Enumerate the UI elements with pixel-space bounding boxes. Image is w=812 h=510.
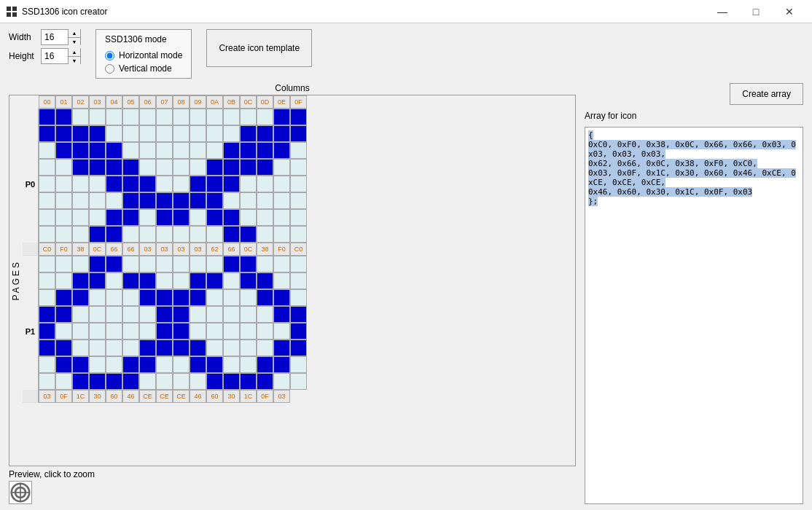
- pixel-cell-p1-4-4[interactable]: [106, 323, 122, 340]
- pixel-cell-p1-5-7[interactable]: [156, 340, 173, 356]
- pixel-cell-p0-2-9[interactable]: [190, 142, 206, 159]
- pixel-cell-p0-2-12[interactable]: [240, 142, 257, 159]
- pixel-cell-p1-0-13[interactable]: [257, 256, 273, 272]
- pixel-cell-p0-0-11[interactable]: [223, 109, 240, 125]
- pixel-cell-p1-7-7[interactable]: [156, 373, 173, 390]
- width-spinbox[interactable]: ▲ ▼: [41, 29, 81, 45]
- pixel-cell-p0-0-7[interactable]: [156, 109, 173, 125]
- pixel-cell-p1-7-13[interactable]: [257, 373, 273, 390]
- pixel-cell-p1-3-3[interactable]: [89, 306, 106, 323]
- pixel-cell-p1-2-8[interactable]: [173, 289, 190, 306]
- pixel-cell-p1-3-4[interactable]: [106, 306, 122, 323]
- pixel-cell-p1-3-9[interactable]: [190, 306, 206, 323]
- pixel-cell-p0-0-13[interactable]: [257, 109, 273, 125]
- pixel-cell-p1-3-10[interactable]: [206, 306, 223, 323]
- pixel-cell-p1-4-10[interactable]: [206, 323, 223, 340]
- pixel-cell-p1-5-3[interactable]: [89, 340, 106, 356]
- pixel-cell-p1-0-0[interactable]: [39, 256, 55, 272]
- pixel-cell-p1-0-3[interactable]: [89, 256, 106, 272]
- pixel-cell-p0-3-13[interactable]: [257, 159, 273, 176]
- pixel-cell-p0-7-1[interactable]: [55, 226, 72, 243]
- pixel-cell-p1-0-9[interactable]: [190, 256, 206, 272]
- pixel-cell-p0-7-4[interactable]: [106, 226, 122, 243]
- pixel-cell-p0-1-3[interactable]: [89, 125, 106, 142]
- pixel-cell-p0-2-10[interactable]: [206, 142, 223, 159]
- pixel-cell-p0-4-5[interactable]: [122, 176, 139, 192]
- pixel-cell-p0-0-9[interactable]: [190, 109, 206, 125]
- pixel-cell-p1-7-1[interactable]: [55, 373, 72, 390]
- pixel-cell-p1-3-14[interactable]: [273, 306, 290, 323]
- pixel-cell-p1-2-9[interactable]: [190, 289, 206, 306]
- pixel-cell-p1-5-14[interactable]: [273, 340, 290, 356]
- pixel-cell-p0-2-0[interactable]: [39, 142, 55, 159]
- pixel-cell-p0-5-6[interactable]: [139, 192, 156, 209]
- pixel-cell-p0-0-6[interactable]: [139, 109, 156, 125]
- pixel-cell-p0-7-11[interactable]: [223, 226, 240, 243]
- pixel-cell-p0-4-6[interactable]: [139, 176, 156, 192]
- pixel-cell-p0-6-6[interactable]: [139, 209, 156, 226]
- pixel-cell-p1-1-14[interactable]: [273, 272, 290, 289]
- pixel-cell-p0-1-7[interactable]: [156, 125, 173, 142]
- pixel-cell-p0-6-4[interactable]: [106, 209, 122, 226]
- pixel-cell-p0-3-1[interactable]: [55, 159, 72, 176]
- pixel-cell-p0-1-12[interactable]: [240, 125, 257, 142]
- pixel-cell-p0-4-15[interactable]: [290, 176, 307, 192]
- pixel-cell-p0-7-15[interactable]: [290, 226, 307, 243]
- pixel-cell-p1-5-9[interactable]: [190, 340, 206, 356]
- pixel-cell-p1-0-1[interactable]: [55, 256, 72, 272]
- height-spinbox[interactable]: ▲ ▼: [41, 48, 81, 64]
- pixel-cell-p1-6-10[interactable]: [206, 356, 223, 373]
- pixel-cell-p1-1-15[interactable]: [290, 272, 307, 289]
- pixel-cell-p0-5-11[interactable]: [223, 192, 240, 209]
- pixel-cell-p1-7-8[interactable]: [173, 373, 190, 390]
- pixel-cell-p1-7-2[interactable]: [72, 373, 89, 390]
- pixel-cell-p1-5-4[interactable]: [106, 340, 122, 356]
- pixel-cell-p0-0-0[interactable]: [39, 109, 55, 125]
- pixel-cell-p1-6-11[interactable]: [223, 356, 240, 373]
- pixel-cell-p1-1-13[interactable]: [257, 272, 273, 289]
- pixel-cell-p1-7-3[interactable]: [89, 373, 106, 390]
- pixel-cell-p1-4-7[interactable]: [156, 323, 173, 340]
- pixel-cell-p0-3-10[interactable]: [206, 159, 223, 176]
- pixel-cell-p1-2-1[interactable]: [55, 289, 72, 306]
- pixel-cell-p0-2-4[interactable]: [106, 142, 122, 159]
- pixel-cell-p1-4-2[interactable]: [72, 323, 89, 340]
- pixel-cell-p1-6-4[interactable]: [106, 356, 122, 373]
- pixel-cell-p1-7-12[interactable]: [240, 373, 257, 390]
- pixel-cell-p0-5-8[interactable]: [173, 192, 190, 209]
- pixel-cell-p0-5-12[interactable]: [240, 192, 257, 209]
- pixel-cell-p1-2-3[interactable]: [89, 289, 106, 306]
- pixel-cell-p1-6-12[interactable]: [240, 356, 257, 373]
- pixel-cell-p0-0-10[interactable]: [206, 109, 223, 125]
- pixel-cell-p0-7-2[interactable]: [72, 226, 89, 243]
- pixel-cell-p1-5-15[interactable]: [290, 340, 307, 356]
- pixel-cell-p1-0-15[interactable]: [290, 256, 307, 272]
- pixel-cell-p0-6-9[interactable]: [190, 209, 206, 226]
- pixel-cell-p1-7-10[interactable]: [206, 373, 223, 390]
- pixel-cell-p0-6-5[interactable]: [122, 209, 139, 226]
- pixel-cell-p0-4-7[interactable]: [156, 176, 173, 192]
- pixel-cell-p0-2-2[interactable]: [72, 142, 89, 159]
- pixel-cell-p1-5-13[interactable]: [257, 340, 273, 356]
- pixel-cell-p1-2-10[interactable]: [206, 289, 223, 306]
- pixel-cell-p0-4-1[interactable]: [55, 176, 72, 192]
- pixel-cell-p0-5-9[interactable]: [190, 192, 206, 209]
- vertical-mode-radio[interactable]: [105, 64, 114, 74]
- pixel-cell-p0-2-8[interactable]: [173, 142, 190, 159]
- pixel-cell-p1-1-4[interactable]: [106, 272, 122, 289]
- pixel-cell-p0-0-1[interactable]: [55, 109, 72, 125]
- pixel-cell-p1-1-7[interactable]: [156, 272, 173, 289]
- pixel-cell-p1-2-2[interactable]: [72, 289, 89, 306]
- pixel-cell-p1-4-0[interactable]: [39, 323, 55, 340]
- pixel-cell-p0-3-8[interactable]: [173, 159, 190, 176]
- pixel-cell-p1-1-1[interactable]: [55, 272, 72, 289]
- pixel-cell-p1-3-2[interactable]: [72, 306, 89, 323]
- pixel-cell-p0-1-5[interactable]: [122, 125, 139, 142]
- pixel-cell-p1-5-1[interactable]: [55, 340, 72, 356]
- pixel-cell-p0-4-9[interactable]: [190, 176, 206, 192]
- pixel-cell-p0-0-3[interactable]: [89, 109, 106, 125]
- pixel-cell-p1-0-14[interactable]: [273, 256, 290, 272]
- pixel-cell-p0-2-15[interactable]: [290, 142, 307, 159]
- pixel-cell-p0-4-8[interactable]: [173, 176, 190, 192]
- pixel-cell-p0-5-10[interactable]: [206, 192, 223, 209]
